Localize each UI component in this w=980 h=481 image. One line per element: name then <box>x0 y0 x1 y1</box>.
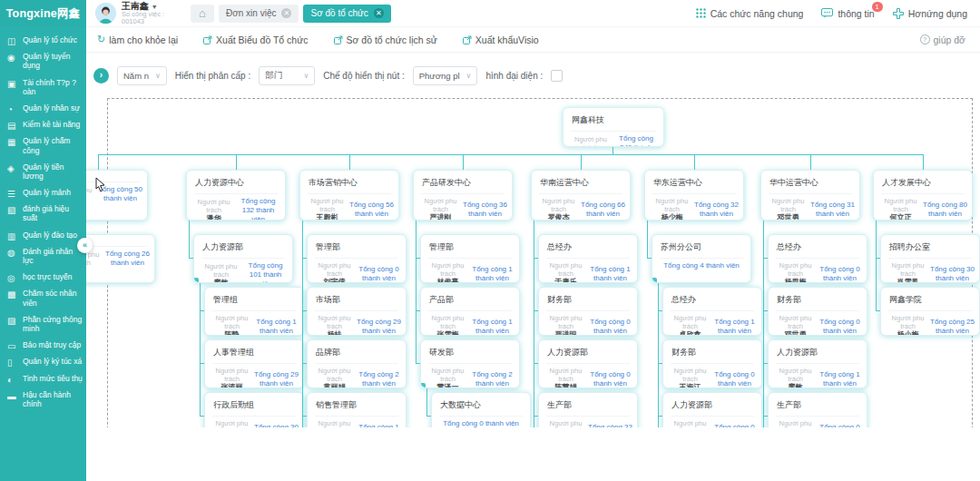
org-node-total[interactable]: Tổng cộng 0 thành viên <box>588 370 632 388</box>
org-node-total[interactable]: Tổng cộng 0 thành viên <box>436 419 525 427</box>
sidebar-item-attendance[interactable]: ▦Quản lý chấm công <box>0 133 86 158</box>
org-node[interactable]: 产品研发中心Người phụ trách严进刚Tổng cộng 36 thà… <box>413 170 513 221</box>
tab-1[interactable]: Đơn xin việc✕ <box>219 5 299 23</box>
org-node[interactable]: 总经办Người phụ trách卓欣鑫Tổng cộng 1 thành v… <box>662 287 762 336</box>
org-node-total[interactable]: Tổng cộng 1 thành viên <box>254 318 299 336</box>
close-icon[interactable]: ✕ <box>281 8 291 18</box>
more-apps-button[interactable]: Hơnứng dụng <box>893 8 967 19</box>
org-node[interactable]: 人力资源中心Người phụ trách潘华Tổng cộng 132 thà… <box>186 170 286 221</box>
org-node[interactable]: 人事管理组Người phụ trách张涛丽Tổng cộng 29 thàn… <box>204 339 304 388</box>
org-node[interactable]: 人力资源部Người phụ trách陈慧娟Tổng cộng 0 thành… <box>538 339 638 388</box>
sidebar-item-dormitory[interactable]: ▯Quản lý ký túc xá <box>0 353 86 369</box>
avatar-checkbox[interactable] <box>551 70 563 82</box>
org-node-total[interactable]: Tổng cộng 101 thành viên <box>243 261 288 283</box>
org-node-total[interactable]: Tổng cộng 36 thành viên <box>463 201 507 219</box>
org-node-total[interactable]: Tổng cộng 30 thành viên <box>930 265 975 283</box>
sidebar-collapse-button[interactable]: « <box>77 238 93 253</box>
sidebar-item-training[interactable]: ▥Quản lý đào tạo <box>0 227 86 243</box>
org-node[interactable]: 品牌部Người phụ trách黄丽娟Tổng cộng 2 thành v… <box>307 339 407 388</box>
sidebar-item-finance[interactable]: ▣Tài chính T?p ?oàn <box>0 74 86 100</box>
org-node-total[interactable]: Tổng cộng 80 thành viên <box>923 201 967 219</box>
org-node-total[interactable]: Tổng cộng 0 thành viên <box>712 370 757 388</box>
org-node[interactable]: 销售管理部Người phụ trách何星Tổng cộng 1 thành … <box>307 392 407 427</box>
org-node[interactable]: 管理部Người phụ trách林俊熹Tổng cộng 1 thành v… <box>420 234 520 283</box>
common-functions-button[interactable]: Các chức năng chung <box>696 8 804 19</box>
org-node[interactable]: 管理部Người phụ trách刘宇倩Tổng cộng 0 thành v… <box>307 234 407 283</box>
close-icon[interactable]: ✕ <box>374 8 384 18</box>
messages-button[interactable]: thông tin 1 <box>821 8 874 19</box>
hierarchy-select[interactable]: 部门∨ <box>259 66 315 85</box>
sidebar-item-hardware[interactable]: ▨Phần cứng thông minh <box>0 311 86 337</box>
org-node[interactable]: 华南运营中心Người phụ trách罗俊杰Tổng cộng 66 thà… <box>531 170 631 221</box>
toolbar-export-org-chart-button[interactable]: Xuất Biểu đồ Tổ chức <box>203 34 308 45</box>
sidebar-item-care[interactable]: ▩Chăm sóc nhân viên <box>0 285 86 310</box>
org-node-total[interactable]: Tổng cộng 0 thành viên <box>818 423 862 427</box>
toolbar-org-history-button[interactable]: Sơ đồ tổ chức lịch sử <box>334 34 437 45</box>
org-node-total[interactable]: Tổng cộng 31 thành viên <box>810 201 855 219</box>
org-node[interactable]: 招聘办公室Người phụ trách肖雪凤Tổng cộng 30 thàn… <box>880 234 980 283</box>
org-node-total[interactable]: Tổng cộng 1 thành viên <box>357 423 401 427</box>
sidebar-item-talent-inventory[interactable]: ▤Kiểm kê tài năng <box>0 116 86 133</box>
org-node-total[interactable]: Tổng cộng 1 thành viên <box>470 265 514 283</box>
org-chart-canvas[interactable]: 网鑫科技Người phụ trách罗金华Tổng cộng 546 thàn… <box>86 91 980 427</box>
sidebar-item-assessment[interactable]: ◍Đánh giá nhân lực <box>0 243 86 269</box>
panel-expand-button[interactable]: › <box>93 68 109 83</box>
sidebar-item-recruit[interactable]: ◉Quản lý tuyển dụng <box>0 48 86 74</box>
org-node[interactable]: 管理组Người phụ trách陈静Tổng cộng 1 thành vi… <box>204 287 304 336</box>
org-node[interactable]: 市场部Người phụ trách杨桂Tổng cộng 29 thành v… <box>307 287 407 336</box>
sidebar-item-performance[interactable]: ▧đánh giá hiệu suất <box>0 201 86 226</box>
org-node[interactable]: 人力资源部Người phụ trách廖敏Tổng cộng 1 thành … <box>768 339 867 388</box>
org-node[interactable]: 财务部Người phụ trách邓世勇Tổng cộng 0 thành v… <box>768 287 867 336</box>
org-node[interactable]: 生产部Người phụ trách潘华Tổng cộng 0 thành vi… <box>768 392 867 427</box>
toolbar-export-visio-button[interactable]: Xuất khẩuVisio <box>463 34 539 45</box>
org-node-total[interactable]: Tổng cộng 26 thành viên <box>105 250 150 268</box>
org-node-total[interactable]: Tổng cộng 30 thành viên <box>254 423 299 427</box>
org-node[interactable]: 苏州分公司Tổng cộng 4 thành viên- <box>652 234 751 283</box>
org-node-total[interactable]: Tổng cộng 56 thành viên <box>349 201 394 219</box>
org-node-total[interactable]: Tổng cộng 546 thành viên <box>613 134 659 147</box>
org-node-total[interactable]: Tổng cộng 66 thành viên <box>581 201 625 219</box>
org-node[interactable]: 研发部Người phụ trách雷泽一Tổng cộng 2 thành v… <box>420 339 520 388</box>
org-node-total[interactable]: Tổng cộng 0 thành viên <box>588 318 632 336</box>
org-node[interactable]: 总经办Người phụ trách杨思梅Tổng cộng 0 thành v… <box>768 234 867 283</box>
sidebar-item-access[interactable]: ▭Bảo mật truy cập <box>0 337 86 353</box>
user-meta[interactable]: 王南鑫 ▼ Số công việc :001043 <box>122 1 178 26</box>
org-node-total[interactable]: Tổng cộng 32 thành viên <box>694 201 739 219</box>
org-node-total[interactable]: Tổng cộng 132 thành viên <box>236 197 280 221</box>
org-node-total[interactable]: Tổng cộng 0 thành viên <box>357 265 401 283</box>
org-node[interactable]: 人力资源部Người phụ trách廖敏Tổng cộng 101 thàn… <box>193 234 293 283</box>
year-select[interactable]: Năm n∨ <box>117 66 167 85</box>
org-node-total[interactable]: Tổng cộng 33 thành viên <box>588 423 632 427</box>
org-node-total[interactable]: Tổng cộng 29 thành viên <box>357 318 401 336</box>
sidebar-item-elearning[interactable]: ◎học trực tuyến <box>0 269 86 285</box>
org-node-total[interactable]: Tổng cộng 4 thành viên <box>657 261 746 270</box>
org-node-total[interactable]: Tổng cộng 0 thành viên <box>818 265 862 283</box>
org-node-total[interactable]: Tổng cộng 1 thành viên <box>818 370 862 388</box>
org-node[interactable]: 产品部Người phụ trách张雪梅Tổng cộng 1 thành v… <box>420 287 520 336</box>
org-node[interactable]: 市场营销中心Người phụ trách王殿彬Tổng cộng 56 thà… <box>299 170 399 221</box>
org-node[interactable]: 生产部Người phụ trách谢平清Tổng cộng 33 thành … <box>538 392 638 427</box>
org-node[interactable]: 财务部Người phụ trách王海江Tổng cộng 0 thành v… <box>662 339 762 388</box>
org-node[interactable]: Người phụ tráchTổng cộng 26 thành viên <box>86 234 155 283</box>
org-node[interactable]: 华东运营中心Người phụ trách杨少梅Tổng cộng 32 thà… <box>644 170 744 221</box>
org-node-total[interactable]: Tổng cộng 1 thành viên <box>712 318 757 336</box>
org-node-total[interactable]: Tổng cộng 0 thành viên <box>712 423 757 427</box>
org-node-total[interactable]: Tổng cộng 0 thành viên <box>818 318 862 336</box>
sidebar-item-piecework[interactable]: ☰Quản lý mảnh <box>0 184 86 201</box>
sidebar-item-salary[interactable]: ◈Quản lý tiền lương <box>0 159 86 184</box>
org-node-total[interactable]: Tổng cộng 2 thành viên <box>470 370 514 388</box>
tab-home[interactable]: ⌂ <box>191 5 214 23</box>
toolbar-refresh-button[interactable]: ↻làm cho khỏe lại <box>97 34 178 45</box>
sidebar-item-admin-logistics[interactable]: ▬Hậu cần hành chính <box>0 387 86 412</box>
node-mode-select[interactable]: Phương pl∨ <box>413 66 478 85</box>
org-node[interactable]: 总经办Người phụ trách于康乐Tổng cộng 1 thành v… <box>538 234 638 283</box>
org-node-total[interactable]: Tổng cộng 1 thành viên <box>588 265 632 283</box>
org-node-root[interactable]: 网鑫科技Người phụ trách罗金华Tổng cộng 546 thàn… <box>563 107 664 147</box>
sidebar-item-org[interactable]: ◫Quản lý tổ chức <box>0 32 86 48</box>
org-node[interactable]: 人才发展中心Người phụ trách何立正Tổng cộng 80 thà… <box>873 170 973 221</box>
org-node-total[interactable]: Tổng cộng 25 thành viên <box>930 318 975 336</box>
org-node[interactable]: 人力资源部Người phụ trách邬丽红Tổng cộng 0 thành… <box>662 392 762 427</box>
org-node[interactable]: 网鑫学院Người phụ trách杨小梅Tổng cộng 25 thành… <box>880 287 980 336</box>
sidebar-item-quota[interactable]: ◐Tinh mức tiêu thụ <box>0 370 86 387</box>
org-node[interactable]: 大数据中心Tổng cộng 0 thành viên <box>431 392 531 427</box>
